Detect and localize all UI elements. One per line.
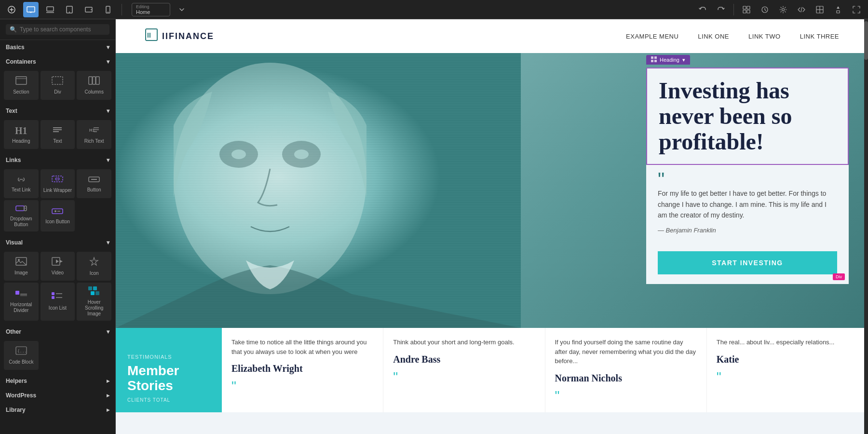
section-label-links: Links: [6, 157, 21, 163]
sidebar-item-icon[interactable]: Icon: [77, 252, 111, 281]
textlink-icon: [15, 175, 27, 185]
desktop-view-button[interactable]: [23, 2, 39, 17]
section-header-other[interactable]: Other ▾: [0, 325, 115, 339]
sidebar-item-horizontal-divider[interactable]: Horizontal Divider: [4, 283, 39, 321]
site-navigation: II IIFINANCE EXAMPLE MENU LINK ONE LINK …: [116, 19, 868, 53]
svg-rect-27: [89, 77, 92, 84]
sidebar-item-textlink[interactable]: Text Link: [4, 169, 39, 198]
sidebar-item-columns[interactable]: Columns: [77, 71, 111, 100]
testimonial-name-3: Katie: [717, 352, 858, 366]
iconbutton-label: Icon Button: [45, 219, 70, 225]
svg-rect-51: [52, 292, 54, 295]
svg-point-180: [294, 149, 309, 159]
fullscreen-button[interactable]: [849, 2, 864, 17]
svg-rect-184: [654, 60, 657, 62]
columns-icon: [88, 76, 100, 87]
sidebar-item-hoverscroll[interactable]: Hover Scrolling Image: [77, 283, 111, 321]
video-label: Video: [52, 270, 64, 276]
section-chevron-basics: ▾: [107, 44, 109, 51]
nav-link-3[interactable]: LINK THREE: [800, 33, 839, 40]
undo-button[interactable]: [695, 2, 710, 17]
svg-rect-58: [95, 291, 99, 295]
svg-rect-48: [15, 291, 19, 295]
nav-links: EXAMPLE MENU LINK ONE LINK TWO LINK THRE…: [626, 33, 839, 40]
svg-point-179: [231, 149, 246, 159]
section-header-containers[interactable]: Containers ▾: [0, 54, 115, 69]
editing-page: Home: [136, 9, 166, 15]
testimonial-text-3: The real... about liv... especially rela…: [717, 338, 858, 347]
add-element-button[interactable]: [4, 2, 19, 17]
svg-text:{...}: {...}: [17, 349, 27, 353]
laptop-view-button[interactable]: [42, 2, 58, 17]
tablet-view-button[interactable]: [62, 2, 77, 17]
sidebar-item-video[interactable]: Video: [41, 252, 75, 281]
section-header-text[interactable]: Text ▾: [0, 104, 115, 118]
section-header-wordpress[interactable]: WordPress ▸: [0, 388, 115, 403]
section-header-helpers[interactable]: Helpers ▸: [0, 374, 115, 388]
svg-rect-3: [27, 7, 35, 12]
testimonial-text-2: If you find yourself doing the same rout…: [555, 338, 697, 366]
section-label: Section: [13, 89, 29, 95]
mobile-view-button[interactable]: [100, 2, 116, 17]
sidebar-item-image[interactable]: Image: [4, 252, 39, 281]
search-input[interactable]: [20, 26, 106, 33]
textlink-label: Text Link: [12, 187, 30, 193]
sidebar-item-linkwrapper[interactable]: Link Wrapper: [41, 169, 75, 198]
section-header-visual[interactable]: Visual ▾: [0, 235, 115, 250]
testimonial-quote-mark-0: ": [231, 380, 373, 393]
start-investing-button[interactable]: START INVESTING: [658, 251, 837, 274]
mobile-landscape-button[interactable]: [81, 2, 96, 17]
svg-point-11: [91, 9, 92, 10]
redo-button[interactable]: [713, 2, 729, 17]
section-header-links[interactable]: Links ▾: [0, 153, 115, 167]
nav-link-2[interactable]: LINK TWO: [748, 33, 781, 40]
section-chevron-text: ▾: [107, 108, 109, 114]
sidebar-item-text[interactable]: Text: [41, 120, 75, 149]
hero-quote-text: For my life to get better I have to get …: [658, 188, 837, 220]
sidebar-item-dropdown-button[interactable]: Dropdown Button: [4, 200, 39, 231]
section-header-basics[interactable]: Basics ▾: [0, 40, 115, 54]
testimonial-col-3: The real... about liv... especially rela…: [707, 328, 868, 412]
svg-rect-26: [52, 77, 63, 84]
heading-element-box: Heading ▾ Investing has never been so pr…: [646, 68, 849, 165]
quote-element-box: " For my life to get better I have to ge…: [646, 165, 849, 241]
code-button[interactable]: [794, 2, 809, 17]
grid-button[interactable]: [739, 2, 754, 17]
sidebar-item-iconlist[interactable]: Icon List: [41, 283, 75, 321]
svg-rect-40: [16, 206, 24, 211]
sidebar-item-richtext[interactable]: H1 Rich Text: [77, 120, 111, 149]
canvas-area: II IIFINANCE EXAMPLE MENU LINK ONE LINK …: [116, 19, 868, 434]
svg-rect-6: [47, 7, 54, 11]
page-dropdown-button[interactable]: [174, 2, 190, 17]
section-header-library[interactable]: Library ▸: [0, 403, 115, 417]
iconbutton-icon: [52, 207, 63, 217]
sidebar-item-codeblock[interactable]: {...} Code Block: [4, 341, 39, 370]
nav-link-1[interactable]: LINK ONE: [698, 33, 729, 40]
section-label-helpers: Helpers: [6, 378, 27, 384]
search-bar: 🔍: [0, 19, 115, 40]
publish-button[interactable]: [830, 2, 846, 17]
grid-overlay-button[interactable]: [812, 2, 827, 17]
settings-button[interactable]: [775, 2, 791, 17]
logo-text: IIFINANCE: [162, 31, 214, 41]
franklin-face-image: [116, 53, 521, 328]
codeblock-icon: {...}: [15, 346, 27, 357]
sidebar-item-icon-button[interactable]: Icon Button: [41, 200, 75, 231]
section-chevron-visual: ▾: [107, 239, 109, 246]
sidebar-item-heading[interactable]: H1 Heading: [4, 120, 39, 149]
history-button[interactable]: [757, 2, 773, 17]
svg-point-43: [54, 210, 56, 212]
testimonials-title: MemberStories: [127, 364, 210, 393]
cta-element-box: START INVESTING Div: [646, 242, 849, 284]
svg-rect-56: [93, 286, 97, 290]
sidebar-item-section[interactable]: Section: [4, 71, 39, 100]
div-icon: [52, 76, 63, 87]
canvas-scrollbar[interactable]: [864, 19, 868, 434]
sidebar-item-button[interactable]: Button: [77, 169, 111, 198]
scrollbar-thumb[interactable]: [864, 21, 868, 60]
svg-rect-181: [651, 56, 653, 59]
nav-link-0[interactable]: EXAMPLE MENU: [626, 33, 678, 40]
svg-rect-24: [16, 77, 27, 84]
sidebar-item-div[interactable]: Div: [41, 71, 75, 100]
website-preview: II IIFINANCE EXAMPLE MENU LINK ONE LINK …: [116, 19, 868, 434]
